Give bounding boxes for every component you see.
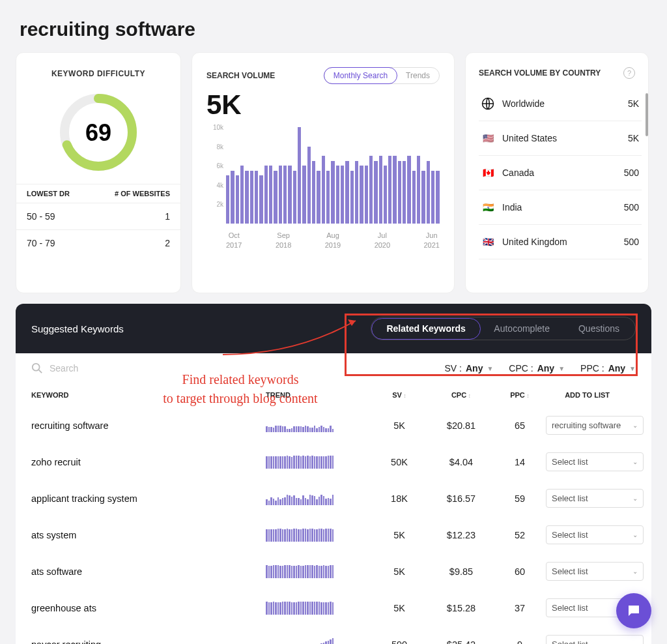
svc-value: 5K	[628, 98, 639, 109]
table-row: ats system5K$12.2352Select list⌄	[16, 516, 651, 553]
ppc-cell: 9	[494, 639, 546, 645]
search-volume-card: SEARCH VOLUME Monthly Search Trends 5K 1…	[192, 52, 455, 293]
select-label: Select list	[552, 493, 588, 503]
table-row: paycor recruiting590$25.429Select list⌄	[16, 626, 651, 644]
keyword-cell[interactable]: applicant tracking system	[31, 493, 266, 504]
search-volume-country-card: SEARCH VOLUME BY COUNTRY ? Worldwide 5K …	[465, 52, 649, 293]
svc-row-ca[interactable]: 🇨🇦 Canada 500	[479, 156, 642, 190]
help-icon[interactable]: ?	[623, 67, 635, 79]
flag-uk-icon: 🇬🇧	[481, 237, 494, 246]
select-label: Select list	[552, 603, 588, 613]
svc-value: 500	[624, 237, 639, 247]
filter-sv[interactable]: SV :Any▼	[445, 363, 494, 373]
svc-country: United Kingdom	[502, 237, 567, 247]
cpc-cell: $16.57	[429, 493, 494, 504]
sv-xtick: Jun	[426, 231, 438, 239]
sv-ytick: 6k	[216, 162, 223, 169]
keyword-cell[interactable]: paycor recruiting	[31, 639, 266, 645]
chevron-down-icon: ▼	[487, 365, 493, 372]
sv-xtick: Jul	[378, 231, 387, 239]
svc-value: 500	[624, 168, 639, 178]
sk-header-bar: Suggested Keywords Related Keywords Auto…	[16, 304, 651, 353]
chevron-down-icon: ⌄	[632, 495, 638, 502]
keyword-cell[interactable]: recruiting software	[31, 420, 266, 431]
trend-sparkline	[266, 602, 370, 615]
tab-questions[interactable]: Questions	[564, 319, 634, 338]
select-label: Select list	[552, 639, 588, 644]
ppc-cell: 37	[494, 603, 546, 613]
flag-in-icon: 🇮🇳	[481, 203, 494, 212]
add-to-list-select[interactable]: Select list⌄	[546, 635, 644, 644]
table-row: greenhouse ats5K$15.2837Select list⌄	[16, 589, 651, 626]
chevron-down-icon: ⌄	[632, 641, 638, 644]
trend-sparkline	[266, 492, 370, 505]
svc-list[interactable]: Worldwide 5K 🇺🇸 United States 5K 🇨🇦 Cana…	[466, 87, 648, 293]
kd-header: KEYWORD DIFFICULTY	[16, 53, 180, 78]
svc-value: 500	[624, 202, 639, 212]
sv-ytick: 2k	[216, 201, 223, 208]
chevron-down-icon: ⌄	[632, 422, 638, 429]
sv-cell: 50K	[370, 457, 429, 467]
chat-icon	[626, 603, 642, 619]
add-to-list-select[interactable]: recruiting software⌄	[546, 416, 644, 435]
sv-toggle: Monthly Search Trends	[324, 67, 440, 84]
sv-tab-trends[interactable]: Trends	[397, 68, 439, 83]
chevron-down-icon: ▼	[558, 365, 565, 372]
sv-xtick: Sep	[277, 231, 290, 239]
svc-row-worldwide[interactable]: Worldwide 5K	[479, 87, 642, 121]
sv-cell: 5K	[370, 566, 429, 577]
add-to-list-select[interactable]: Select list⌄	[546, 489, 644, 508]
tab-related-keywords[interactable]: Related Keywords	[371, 318, 480, 340]
add-to-list-select[interactable]: Select list⌄	[546, 525, 644, 544]
svc-row-uk[interactable]: 🇬🇧 United Kingdom 500	[479, 225, 642, 259]
trend-sparkline	[266, 529, 370, 542]
cpc-cell: $20.81	[429, 420, 494, 431]
svc-row-in[interactable]: 🇮🇳 India 500	[479, 190, 642, 225]
chevron-down-icon: ⌄	[632, 531, 638, 538]
scrollbar-thumb-icon[interactable]	[646, 93, 648, 136]
svc-header: SEARCH VOLUME BY COUNTRY	[479, 68, 601, 78]
keyword-cell[interactable]: greenhouse ats	[31, 603, 266, 613]
cpc-cell: $4.04	[429, 457, 494, 467]
sv-tab-monthly[interactable]: Monthly Search	[324, 67, 397, 84]
page-title: recruiting software	[0, 0, 667, 52]
keyword-cell[interactable]: ats system	[31, 530, 266, 540]
chevron-down-icon: ▼	[629, 365, 636, 372]
th-cpc[interactable]: CPC	[429, 391, 494, 399]
th-ppc[interactable]: PPC	[494, 391, 546, 399]
cpc-cell: $12.23	[429, 530, 494, 540]
th-sv[interactable]: SV	[370, 391, 429, 399]
ppc-cell: 14	[494, 457, 546, 467]
sv-cell: 590	[370, 639, 429, 645]
add-to-list-select[interactable]: Select list⌄	[546, 452, 644, 471]
sv-ytick: 10k	[213, 124, 223, 131]
sv-cell: 5K	[370, 603, 429, 613]
th-add: ADD TO LIST	[546, 391, 636, 399]
cpc-cell: $9.85	[429, 566, 494, 577]
chevron-down-icon: ⌄	[632, 568, 638, 575]
filter-cpc[interactable]: CPC :Any▼	[509, 363, 565, 373]
sk-tabs: Related Keywords Autocomplete Questions	[371, 317, 636, 340]
search-placeholder: Search	[50, 363, 78, 373]
keyword-cell[interactable]: ats software	[31, 566, 266, 577]
kd-row: 70 - 79 2	[16, 229, 180, 256]
sv-bar-chart: 10k 8k 6k 4k 2k Oct2017 Sep2018 Aug2019 …	[206, 127, 440, 238]
keyword-cell[interactable]: zoho recruit	[31, 457, 266, 467]
select-label: Select list	[552, 530, 588, 540]
add-to-list-select[interactable]: Select list⌄	[546, 562, 644, 581]
filter-ppc[interactable]: PPC :Any▼	[580, 363, 636, 373]
select-label: Select list	[552, 457, 588, 467]
sv-xtick: Oct	[229, 231, 240, 239]
chat-fab-button[interactable]	[616, 593, 651, 628]
kd-value: 69	[85, 119, 111, 146]
ppc-cell: 52	[494, 530, 546, 540]
kd-row: 50 - 59 1	[16, 203, 180, 229]
annotation-text: Find related keywordsto target through b…	[146, 370, 335, 408]
sv-ytick: 4k	[216, 181, 223, 188]
trend-sparkline	[266, 419, 370, 432]
svc-row-us[interactable]: 🇺🇸 United States 5K	[479, 121, 642, 156]
tab-autocomplete[interactable]: Autocomplete	[479, 319, 564, 338]
search-input[interactable]: Search	[31, 362, 78, 374]
svc-country: Canada	[502, 168, 534, 178]
cpc-cell: $25.42	[429, 639, 494, 645]
